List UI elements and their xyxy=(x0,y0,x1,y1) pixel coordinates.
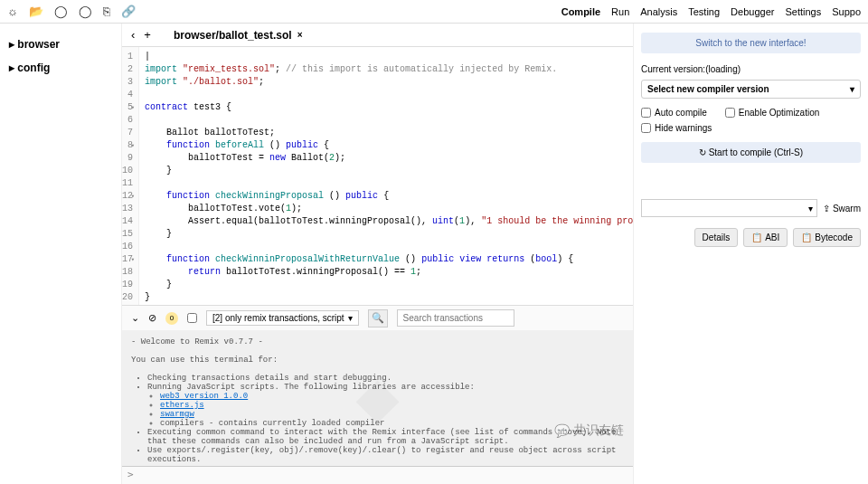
clear-icon[interactable]: ⊘ xyxy=(148,312,156,324)
code-editor[interactable]: 123456789101112131415161718192021 |impor… xyxy=(122,47,633,305)
tab-settings[interactable]: Settings xyxy=(785,6,821,17)
code-line[interactable]: ballotToTest = new Ballot(2); xyxy=(145,152,633,165)
compiler-select[interactable]: Select new compiler version▾ xyxy=(641,80,861,99)
code-area[interactable]: |import "remix_tests.sol"; // this impor… xyxy=(139,47,633,305)
code-line[interactable]: ballotToTest.vote(1); xyxy=(145,203,633,215)
terminal-bullet: Use exports/.register(key, obj)/.remove(… xyxy=(147,446,624,464)
line-number: 4 xyxy=(122,89,133,101)
code-line[interactable]: } xyxy=(145,279,633,291)
compile-panel: Switch to the new interface! Current ver… xyxy=(633,24,868,484)
terminal-list: Checking transactions details and start … xyxy=(147,374,624,464)
line-number: 7 xyxy=(122,127,133,139)
code-line[interactable]: | xyxy=(145,51,633,63)
line-number: 9 xyxy=(122,152,133,165)
tab-testing[interactable]: Testing xyxy=(688,6,720,17)
link-icon[interactable]: 🔗 xyxy=(121,5,136,18)
tab-analysis[interactable]: Analysis xyxy=(640,6,677,17)
line-number: 8 xyxy=(122,139,133,152)
watermark: 💬共识友链 xyxy=(554,422,624,439)
search-button[interactable]: 🔍 xyxy=(368,309,388,327)
abi-button[interactable]: 📋ABI xyxy=(743,228,788,247)
terminal-bullet: Running JavaScript scripts. The followin… xyxy=(147,383,624,392)
code-line[interactable]: } xyxy=(145,228,633,241)
folder-icon[interactable]: 📂 xyxy=(29,5,43,18)
code-line[interactable]: function checkWinningProposal () public … xyxy=(145,190,633,203)
search-input[interactable] xyxy=(397,309,514,327)
tab-debugger[interactable]: Debugger xyxy=(731,6,774,17)
line-number: 17 xyxy=(122,253,133,266)
plugin-icon[interactable]: ⎘ xyxy=(103,5,110,18)
sidebar-item-browser[interactable]: ▸ browser xyxy=(0,33,121,56)
line-number: 11 xyxy=(122,177,133,190)
optimization-check[interactable]: Enable Optimization xyxy=(725,108,820,118)
line-number: 15 xyxy=(122,228,133,241)
code-line[interactable]: Ballot ballotToTest; xyxy=(145,127,633,139)
lib-link[interactable]: ethers.js xyxy=(160,401,204,410)
line-number: 18 xyxy=(122,266,133,279)
tx-filter-dropdown[interactable]: [2] only remix transactions, script▾ xyxy=(206,310,359,326)
compile-button[interactable]: ↻ Start to compile (Ctrl-S) xyxy=(641,142,861,163)
terminal-bullet: Executing common command to interact wit… xyxy=(147,428,624,446)
lib-link[interactable]: web3 version 1.0.0 xyxy=(160,392,248,401)
collapse-icon[interactable]: ⌄ xyxy=(131,312,139,324)
code-line[interactable]: import "./ballot.sol"; xyxy=(145,76,633,89)
right-tabs: CompileRunAnalysisTestingDebuggerSetting… xyxy=(561,6,868,17)
lib-item: web3 version 1.0.0 xyxy=(160,392,624,401)
code-line[interactable] xyxy=(145,114,633,127)
code-line[interactable]: return ballotToTest.winningProposal() ==… xyxy=(145,266,633,279)
code-line[interactable]: } xyxy=(145,165,633,177)
terminal-intro: You can use this terminal for: xyxy=(131,356,624,365)
bytecode-button[interactable]: 📋Bytecode xyxy=(793,228,861,247)
github-icon[interactable]: ◯ xyxy=(54,5,68,18)
line-number: 1 xyxy=(122,51,133,63)
nav-back-icon[interactable]: ‹ xyxy=(131,28,135,42)
nav-add-icon[interactable]: + xyxy=(144,28,151,42)
code-line[interactable]: Assert.equal(ballotToTest.winningProposa… xyxy=(145,215,633,228)
tab-compile[interactable]: Compile xyxy=(561,6,600,17)
tab-suppo[interactable]: Suppo xyxy=(832,6,861,17)
file-explorer: ▸ browser ▸ config xyxy=(0,24,122,484)
code-line[interactable]: import "remix_tests.sol"; // this import… xyxy=(145,63,633,76)
line-number: 5 xyxy=(122,101,133,114)
lib-item: swarmgw xyxy=(160,410,624,419)
switch-interface-button[interactable]: Switch to the new interface! xyxy=(641,33,861,53)
terminal-input[interactable]: > xyxy=(122,466,633,484)
tab-run[interactable]: Run xyxy=(611,6,629,17)
code-line[interactable] xyxy=(145,241,633,253)
tab-label: browser/ballot_test.sol xyxy=(174,29,292,42)
details-button[interactable]: Details xyxy=(694,228,739,247)
editor-tabbar: ‹ + browser/ballot_test.sol × xyxy=(122,24,633,47)
code-line[interactable]: function checkWinninProposalWithReturnVa… xyxy=(145,253,633,266)
gear-icon[interactable]: ☼ xyxy=(7,5,18,18)
code-line[interactable] xyxy=(145,177,633,190)
file-tab[interactable]: browser/ballot_test.sol × xyxy=(165,25,312,45)
swarm-button[interactable]: ⇪Swarm xyxy=(823,204,861,214)
toolbar: ☼ 📂 ◯ ◯ ⎘ 🔗 xyxy=(0,5,136,18)
line-number: 3 xyxy=(122,76,133,89)
chevron-down-icon: ▾ xyxy=(850,84,854,94)
line-number: 20 xyxy=(122,291,133,304)
line-number: 16 xyxy=(122,241,133,253)
line-number: 14 xyxy=(122,215,133,228)
console-toolbar: ⌄ ⊘ 0 [2] only remix transactions, scrip… xyxy=(122,305,633,330)
code-line[interactable]: function beforeAll () public { xyxy=(145,139,633,152)
lib-link[interactable]: swarmgw xyxy=(160,410,194,419)
lib-item: ethers.js xyxy=(160,401,624,410)
terminal[interactable]: ◆ - Welcome to Remix v0.7.7 - You can us… xyxy=(122,330,633,466)
refresh-icon: ↻ xyxy=(699,147,706,157)
line-number: 2 xyxy=(122,63,133,76)
sidebar-item-config[interactable]: ▸ config xyxy=(0,56,121,80)
listen-checkbox[interactable] xyxy=(187,313,197,323)
code-line[interactable]: contract test3 { xyxy=(145,101,633,114)
github-icon-2[interactable]: ◯ xyxy=(79,5,92,18)
line-number: 6 xyxy=(122,114,133,127)
close-icon[interactable]: × xyxy=(297,30,303,40)
code-line[interactable]: } xyxy=(145,291,633,304)
version-label: Current version:(loading) xyxy=(641,64,861,74)
auto-compile-check[interactable]: Auto compile xyxy=(641,108,707,118)
contract-select[interactable]: ▾ xyxy=(641,199,817,217)
code-line[interactable] xyxy=(145,89,633,101)
hide-warnings-check[interactable]: Hide warnings xyxy=(641,123,712,133)
line-number: 13 xyxy=(122,203,133,215)
line-number: 12 xyxy=(122,190,133,203)
